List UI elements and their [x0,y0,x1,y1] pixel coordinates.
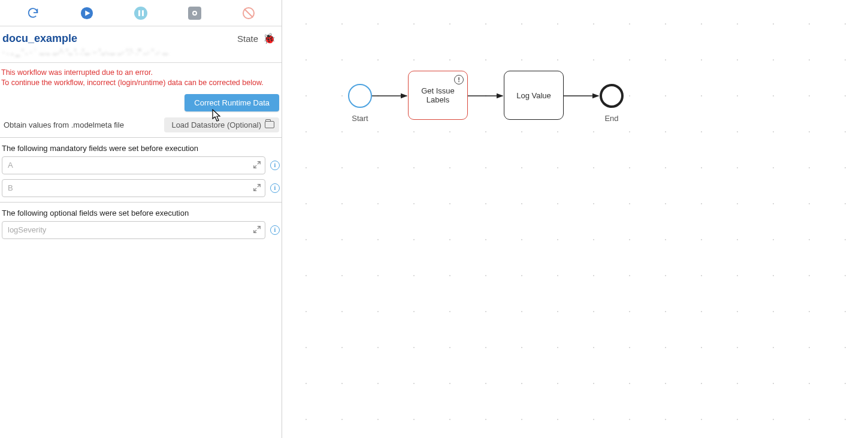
load-datastore-label: Load Datastore (Optional) [171,120,261,129]
stop-button[interactable] [187,6,202,20]
pause-icon [134,7,147,20]
refresh-icon [26,7,40,20]
refresh-button[interactable] [26,6,40,20]
expand-icon[interactable] [253,161,261,169]
workflow-state: State 🐞 [237,32,276,45]
cancel-button[interactable] [241,6,256,20]
obtain-values-row: Obtain values from .modelmeta file Load … [0,114,282,137]
workflow-title: docu_example [2,32,77,45]
optional-field-row: i [0,221,282,244]
mandatory-field-b[interactable] [2,179,265,197]
optional-section-heading: The following optional fields were set b… [0,206,282,221]
folder-open-icon [265,121,274,128]
error-line-2: To continue the workflow, incorrect (log… [1,78,278,88]
properties-panel: docu_example State 🐞 · . , _ ' . · ˙ .,.… [0,0,282,438]
mandatory-section-heading: The following mandatory fields were set … [0,141,282,156]
cancel-icon [243,7,255,19]
bug-icon[interactable]: 🐞 [263,32,276,45]
optional-field-logseverity[interactable] [2,221,265,239]
info-icon[interactable]: i [270,225,280,235]
task-label: Log Value [516,91,551,100]
correct-runtime-row: Correct Runtime Data [0,94,282,114]
mandatory-field-row: i [0,156,282,179]
end-event[interactable] [600,84,624,108]
play-icon [80,7,93,20]
task-log-value[interactable]: Log Value [504,71,564,120]
workflow-error-message: This workflow was interrupted due to an … [0,63,282,94]
workflow-header: docu_example State 🐞 [0,26,282,47]
correct-runtime-button[interactable]: Correct Runtime Data [185,94,279,111]
mandatory-field-a[interactable] [2,156,265,174]
task-get-issue-labels[interactable]: Get Issue Labels ! [408,71,468,120]
info-icon[interactable]: i [270,183,280,193]
info-icon[interactable]: i [270,161,280,170]
expand-icon[interactable] [253,183,261,192]
run-toolbar [0,0,282,26]
mandatory-field-row: i [0,179,282,202]
error-line-1: This workflow was interrupted due to an … [1,68,278,78]
load-datastore-button[interactable]: Load Datastore (Optional) [164,117,279,132]
state-label: State [237,34,258,44]
obtain-values-label: Obtain values from .modelmeta file [4,120,124,129]
start-event-label: Start [342,114,378,123]
sequence-flows [282,0,868,438]
end-event-label: End [594,114,630,123]
pause-button[interactable] [134,6,148,20]
play-button[interactable] [80,6,94,20]
task-label: Get Issue Labels [412,86,464,104]
divider [0,137,282,138]
divider [0,202,282,203]
expand-icon[interactable] [253,225,261,234]
stop-icon [188,7,201,20]
warning-icon: ! [454,75,464,84]
workflow-path-blurred: · . , _ ' . · ˙ .,.., .,.·'· '., '. .'.,… [0,47,282,62]
workflow-canvas[interactable]: Start Get Issue Labels ! Log Value End [282,0,868,438]
start-event[interactable] [348,84,372,108]
